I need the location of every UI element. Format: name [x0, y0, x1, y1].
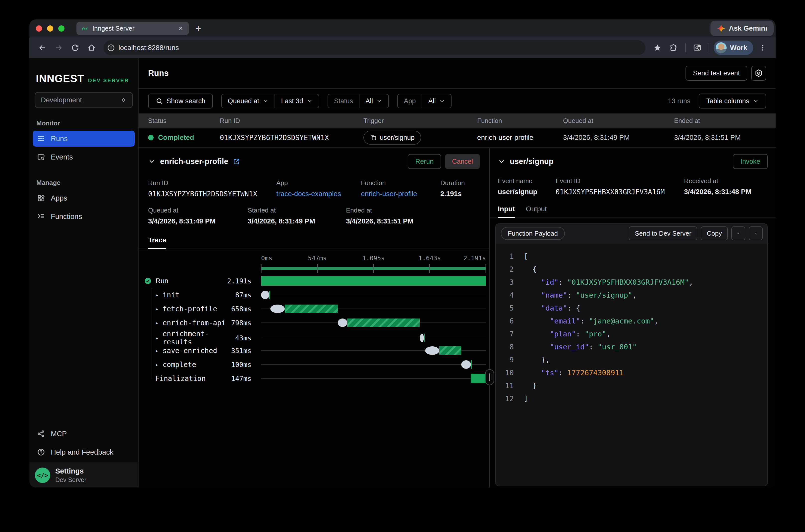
expand-chevron-icon[interactable]: ▸: [155, 348, 158, 354]
trace-bar-segment[interactable]: [425, 346, 439, 355]
trace-bar-segment[interactable]: [347, 319, 420, 327]
bookmark-star-icon[interactable]: [651, 41, 664, 55]
external-link-icon[interactable]: [233, 158, 240, 165]
queued-value: 3/4/2026, 8:31:49 PM: [148, 217, 248, 225]
chevron-down-icon: [439, 98, 445, 104]
splitter-drag-handle[interactable]: [485, 369, 494, 385]
rerun-button[interactable]: Rerun: [408, 154, 441, 169]
browser-tab[interactable]: Inngest Server ×: [76, 22, 189, 35]
trace-row-init[interactable]: ▸init87ms: [144, 288, 489, 302]
zoom-window-button[interactable]: [58, 25, 64, 32]
ended-at-cell: 3/4/2026, 8:31:51 PM: [674, 134, 775, 141]
tab-output[interactable]: Output: [526, 205, 547, 217]
word-wrap-button[interactable]: [731, 226, 745, 240]
profile-chip[interactable]: Work: [714, 41, 753, 55]
received-at-label: Received at: [684, 177, 768, 185]
back-button[interactable]: [35, 41, 49, 55]
trigger-badge[interactable]: user/signup: [363, 131, 421, 145]
side-panel-search-icon[interactable]: [690, 41, 704, 55]
event-name-label: Event name: [498, 177, 556, 185]
browser-menu-icon[interactable]: [756, 41, 770, 55]
trace-bar-segment[interactable]: [471, 374, 486, 383]
trace-row-enrich-from-api[interactable]: ▸enrich-from-api798ms: [144, 316, 489, 330]
expand-chevron-icon[interactable]: ▸: [155, 362, 158, 368]
home-button[interactable]: [85, 41, 98, 55]
trace-step-name: complete: [163, 361, 196, 369]
tab-close-icon[interactable]: ×: [177, 25, 184, 32]
close-window-button[interactable]: [36, 25, 42, 32]
expand-chevron-icon[interactable]: ▸: [155, 335, 158, 341]
settings-footer[interactable]: </> Settings Dev Server: [30, 462, 138, 488]
environment-select[interactable]: Development: [35, 92, 133, 108]
tab-input[interactable]: Input: [498, 205, 515, 217]
site-info-icon[interactable]: [107, 44, 115, 52]
sidebar-item-help[interactable]: Help and Feedback: [33, 444, 135, 460]
tab-trace[interactable]: Trace: [148, 236, 166, 249]
send-test-event-button[interactable]: Send test event: [686, 66, 747, 81]
trace-bar-segment[interactable]: [261, 291, 269, 299]
send-to-dev-server-button[interactable]: Send to Dev Server: [629, 226, 697, 240]
payload-code[interactable]: 1[2 {3 "id": "01KJXSYPSFHBXX03GRJFV3A16M…: [496, 243, 767, 412]
trace-bar-segment[interactable]: [471, 360, 472, 369]
expand-chevron-icon[interactable]: ▸: [155, 320, 158, 326]
table-row[interactable]: Completed 01KJXSYPZYB6TH2DSDSYETWN1X use…: [139, 128, 775, 148]
trace-bar-segment[interactable]: [270, 305, 285, 313]
collapse-chevron-icon[interactable]: [148, 158, 155, 165]
copy-button[interactable]: Copy: [701, 226, 728, 240]
expand-chevron-icon[interactable]: ▸: [155, 306, 158, 312]
extensions-icon[interactable]: [667, 41, 681, 55]
expand-chevron-icon[interactable]: ▸: [155, 292, 158, 298]
trace-minimap[interactable]: [261, 263, 486, 274]
show-search-label: Show search: [167, 97, 205, 105]
status-filter-value[interactable]: All: [359, 94, 388, 108]
trace-bar-segment[interactable]: [420, 334, 424, 342]
trace-bar-segment[interactable]: [338, 319, 347, 327]
sidebar-item-mcp[interactable]: MCP: [33, 426, 135, 442]
trace-bar-segment[interactable]: [461, 360, 471, 369]
app-filter-value[interactable]: All: [422, 94, 451, 108]
trace-row-save-enriched[interactable]: ▸save-enriched351ms: [144, 344, 489, 358]
minimap-tick: [261, 264, 262, 273]
collapse-chevron-icon[interactable]: [498, 158, 505, 165]
trace-row-enrichment-results[interactable]: ▸enrichment-results43ms: [144, 330, 489, 344]
function-payload-badge[interactable]: Function Payload: [501, 227, 565, 240]
trace-bar-segment[interactable]: [439, 346, 461, 355]
function-link[interactable]: enrich-user-profile: [361, 190, 440, 198]
invoke-button[interactable]: Invoke: [733, 154, 768, 169]
forward-button[interactable]: [52, 41, 66, 55]
trace-step-duration: 351ms: [231, 347, 251, 355]
sidebar-item-runs[interactable]: Runs: [33, 131, 135, 147]
new-tab-button[interactable]: +: [195, 23, 201, 34]
trace-row-complete[interactable]: ▸complete100ms: [144, 358, 489, 372]
function-cell: enrich-user-profile: [477, 134, 563, 141]
trace-bar-segment[interactable]: [424, 334, 425, 342]
dev-server-badge: DEV SERVER: [88, 77, 129, 83]
line-number: 10: [496, 368, 514, 377]
time-range-filter[interactable]: Last 3d: [275, 94, 319, 108]
app-link[interactable]: trace-docs-examples: [276, 190, 361, 198]
cancel-button[interactable]: Cancel: [445, 154, 480, 169]
chevron-down-icon: [753, 98, 759, 104]
table-columns-button[interactable]: Table columns: [699, 94, 766, 109]
trace-bar-segment[interactable]: [269, 291, 270, 299]
window-controls[interactable]: [36, 25, 64, 32]
sidebar-item-events[interactable]: Events: [33, 149, 135, 165]
trace-bar-segment[interactable]: [261, 276, 486, 286]
line-number: 8: [496, 343, 514, 351]
sidebar-item-apps[interactable]: Apps: [33, 190, 135, 206]
browser-tabstrip: Inngest Server × + Ask Gemini: [30, 19, 775, 37]
minimize-window-button[interactable]: [47, 25, 53, 32]
sidebar-item-functions[interactable]: Functions: [33, 209, 135, 225]
expand-button[interactable]: [749, 226, 763, 240]
trace-row-run[interactable]: Run2.191s: [144, 274, 489, 288]
url-bar[interactable]: localhost:8288/runs: [104, 40, 645, 55]
queued-at-filter[interactable]: Queued at: [222, 94, 275, 108]
show-search-button[interactable]: Show search: [148, 94, 213, 109]
settings-gear-button[interactable]: [751, 66, 766, 81]
trace-row-fetch-profile[interactable]: ▸fetch-profile658ms: [144, 302, 489, 316]
reload-button[interactable]: [68, 41, 82, 55]
ask-gemini-button[interactable]: Ask Gemini: [710, 21, 774, 36]
trace-axis-tick: 0ms: [261, 254, 272, 262]
trace-row-finalization[interactable]: Finalization147ms: [144, 372, 489, 385]
trace-bar-segment[interactable]: [285, 305, 338, 313]
